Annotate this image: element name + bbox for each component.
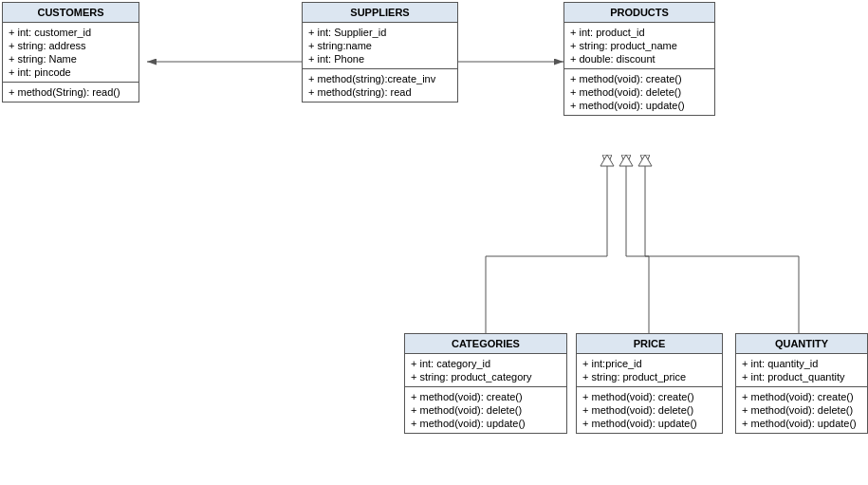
categories-box: CATEGORIES + int: category_id + string: … (404, 333, 567, 434)
suppliers-attr-1: + int: Supplier_id (308, 26, 452, 39)
price-attr-2: + string: product_price (582, 370, 716, 383)
categories-method-1: + method(void): create() (411, 390, 561, 403)
quantity-box: QUANTITY + int: quantity_id + int: produ… (735, 333, 868, 434)
quantity-method-1: + method(void): create() (742, 390, 861, 403)
products-attributes: + int: product_id + string: product_name… (564, 23, 714, 69)
suppliers-attr-3: + int: Phone (308, 52, 452, 65)
products-method-2: + method(void): delete() (570, 85, 709, 99)
products-attr-1: + int: product_id (570, 26, 709, 39)
quantity-attr-1: + int: quantity_id (742, 357, 861, 370)
customers-attr-1: + int: customer_id (9, 26, 133, 39)
categories-attr-2: + string: product_category (411, 370, 561, 383)
customers-title: CUSTOMERS (3, 3, 139, 23)
categories-title: CATEGORIES (405, 334, 566, 354)
price-title: PRICE (577, 334, 722, 354)
customers-attributes: + int: customer_id + string: address + s… (3, 23, 139, 83)
products-box: PRODUCTS + int: product_id + string: pro… (563, 2, 715, 116)
suppliers-method-2: + method(string): read (308, 85, 452, 99)
suppliers-box: SUPPLIERS + int: Supplier_id + string:na… (302, 2, 458, 103)
suppliers-methods: + method(string):create_inv + method(str… (303, 69, 457, 102)
products-method-1: + method(void): create() (570, 72, 709, 85)
products-methods: + method(void): create() + method(void):… (564, 69, 714, 115)
quantity-title: QUANTITY (736, 334, 867, 354)
customers-attr-4: + int: pincode (9, 65, 133, 79)
price-method-3: + method(void): update() (582, 417, 716, 430)
customers-method-1: + method(String): read() (9, 85, 133, 99)
customers-methods: + method(String): read() (3, 83, 139, 102)
price-method-2: + method(void): delete() (582, 403, 716, 417)
suppliers-attributes: + int: Supplier_id + string:name + int: … (303, 23, 457, 69)
customers-attr-3: + string: Name (9, 52, 133, 65)
diagram-container: CUSTOMERS + int: customer_id + string: a… (0, 0, 868, 485)
products-attr-2: + string: product_name (570, 39, 709, 52)
quantity-methods: + method(void): create() + method(void):… (736, 387, 867, 433)
customers-box: CUSTOMERS + int: customer_id + string: a… (2, 2, 139, 103)
customers-attr-2: + string: address (9, 39, 133, 52)
categories-methods: + method(void): create() + method(void):… (405, 387, 566, 433)
products-method-3: + method(void): update() (570, 99, 709, 112)
categories-method-3: + method(void): update() (411, 417, 561, 430)
quantity-attr-2: + int: product_quantity (742, 370, 861, 383)
suppliers-method-1: + method(string):create_inv (308, 72, 452, 85)
quantity-method-2: + method(void): delete() (742, 403, 861, 417)
quantity-method-3: + method(void): update() (742, 417, 861, 430)
inherit-triangle-right (638, 155, 652, 166)
price-attributes: + int:price_id + string: product_price (577, 354, 722, 387)
categories-attributes: + int: category_id + string: product_cat… (405, 354, 566, 387)
suppliers-attr-2: + string:name (308, 39, 452, 52)
quantity-attributes: + int: quantity_id + int: product_quanti… (736, 354, 867, 387)
categories-method-2: + method(void): delete() (411, 403, 561, 417)
price-attr-1: + int:price_id (582, 357, 716, 370)
products-title: PRODUCTS (564, 3, 714, 23)
price-method-1: + method(void): create() (582, 390, 716, 403)
inherit-triangle-left (600, 155, 614, 166)
categories-attr-1: + int: category_id (411, 357, 561, 370)
suppliers-title: SUPPLIERS (303, 3, 457, 23)
price-methods: + method(void): create() + method(void):… (577, 387, 722, 433)
inherit-triangle-mid (619, 155, 633, 166)
products-attr-3: + double: discount (570, 52, 709, 65)
price-box: PRICE + int:price_id + string: product_p… (576, 333, 723, 434)
